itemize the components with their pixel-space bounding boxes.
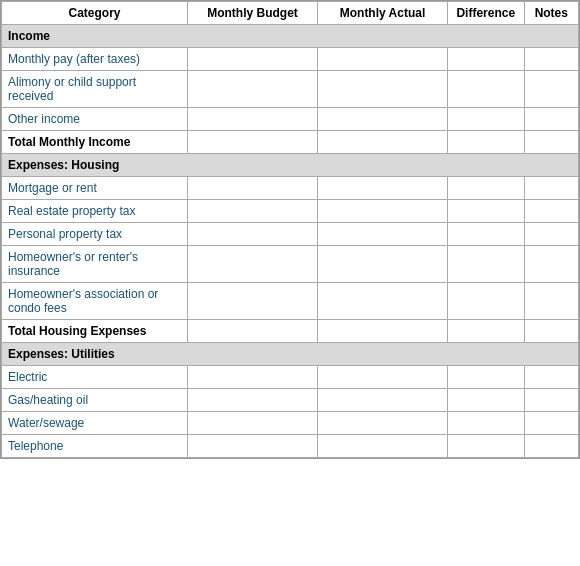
category-label-real-estate-tax: Real estate property tax — [2, 200, 188, 223]
total-actual-total-monthly-income[interactable] — [318, 131, 448, 154]
category-label-mortgage: Mortgage or rent — [2, 177, 188, 200]
header-difference: Difference — [448, 2, 525, 25]
notes-cell-real-estate-tax[interactable] — [524, 200, 578, 223]
row-personal-property-tax: Personal property tax — [2, 223, 579, 246]
diff-cell-alimony — [448, 71, 525, 108]
category-label-personal-property-tax: Personal property tax — [2, 223, 188, 246]
category-label-homeowners-insurance: Homeowner's or renter's insurance — [2, 246, 188, 283]
budget-cell-alimony[interactable] — [188, 71, 318, 108]
budget-cell-mortgage[interactable] — [188, 177, 318, 200]
category-label-water-sewage: Water/sewage — [2, 412, 188, 435]
section-header-housing-header: Expenses: Housing — [2, 154, 579, 177]
budget-cell-personal-property-tax[interactable] — [188, 223, 318, 246]
budget-cell-monthly-pay[interactable] — [188, 48, 318, 71]
actual-cell-mortgage[interactable] — [318, 177, 448, 200]
budget-table-container: Category Monthly Budget Monthly Actual D… — [0, 0, 580, 459]
category-label-electric: Electric — [2, 366, 188, 389]
notes-cell-monthly-pay[interactable] — [524, 48, 578, 71]
category-label-gas-heating: Gas/heating oil — [2, 389, 188, 412]
notes-cell-water-sewage[interactable] — [524, 412, 578, 435]
category-label-alimony: Alimony or child support received — [2, 71, 188, 108]
actual-cell-other-income[interactable] — [318, 108, 448, 131]
row-electric: Electric — [2, 366, 579, 389]
actual-cell-electric[interactable] — [318, 366, 448, 389]
diff-cell-other-income — [448, 108, 525, 131]
budget-cell-water-sewage[interactable] — [188, 412, 318, 435]
row-mortgage: Mortgage or rent — [2, 177, 579, 200]
total-budget-total-housing[interactable] — [188, 320, 318, 343]
section-header-income-header: Income — [2, 25, 579, 48]
category-label-telephone: Telephone — [2, 435, 188, 458]
diff-cell-personal-property-tax — [448, 223, 525, 246]
budget-cell-gas-heating[interactable] — [188, 389, 318, 412]
budget-cell-hoa-fees[interactable] — [188, 283, 318, 320]
budget-cell-real-estate-tax[interactable] — [188, 200, 318, 223]
header-notes: Notes — [524, 2, 578, 25]
category-label-hoa-fees: Homeowner's association or condo fees — [2, 283, 188, 320]
notes-cell-telephone[interactable] — [524, 435, 578, 458]
row-water-sewage: Water/sewage — [2, 412, 579, 435]
actual-cell-gas-heating[interactable] — [318, 389, 448, 412]
budget-cell-telephone[interactable] — [188, 435, 318, 458]
budget-cell-electric[interactable] — [188, 366, 318, 389]
diff-cell-mortgage — [448, 177, 525, 200]
notes-cell-electric[interactable] — [524, 366, 578, 389]
notes-cell-alimony[interactable] — [524, 71, 578, 108]
notes-cell-other-income[interactable] — [524, 108, 578, 131]
budget-table: Category Monthly Budget Monthly Actual D… — [1, 1, 579, 458]
budget-cell-homeowners-insurance[interactable] — [188, 246, 318, 283]
row-alimony: Alimony or child support received — [2, 71, 579, 108]
row-monthly-pay: Monthly pay (after taxes) — [2, 48, 579, 71]
total-notes-total-monthly-income[interactable] — [524, 131, 578, 154]
diff-cell-water-sewage — [448, 412, 525, 435]
actual-cell-monthly-pay[interactable] — [318, 48, 448, 71]
section-header-label: Expenses: Housing — [2, 154, 579, 177]
total-actual-total-housing[interactable] — [318, 320, 448, 343]
diff-cell-telephone — [448, 435, 525, 458]
row-gas-heating: Gas/heating oil — [2, 389, 579, 412]
actual-cell-alimony[interactable] — [318, 71, 448, 108]
section-header-label: Income — [2, 25, 579, 48]
header-monthly-budget: Monthly Budget — [188, 2, 318, 25]
actual-cell-water-sewage[interactable] — [318, 412, 448, 435]
actual-cell-real-estate-tax[interactable] — [318, 200, 448, 223]
total-diff-total-monthly-income — [448, 131, 525, 154]
row-hoa-fees: Homeowner's association or condo fees — [2, 283, 579, 320]
diff-cell-homeowners-insurance — [448, 246, 525, 283]
header-monthly-actual: Monthly Actual — [318, 2, 448, 25]
diff-cell-hoa-fees — [448, 283, 525, 320]
row-homeowners-insurance: Homeowner's or renter's insurance — [2, 246, 579, 283]
diff-cell-gas-heating — [448, 389, 525, 412]
actual-cell-hoa-fees[interactable] — [318, 283, 448, 320]
total-label-total-housing: Total Housing Expenses — [2, 320, 188, 343]
category-label-monthly-pay: Monthly pay (after taxes) — [2, 48, 188, 71]
budget-cell-other-income[interactable] — [188, 108, 318, 131]
notes-cell-gas-heating[interactable] — [524, 389, 578, 412]
diff-cell-monthly-pay — [448, 48, 525, 71]
notes-cell-mortgage[interactable] — [524, 177, 578, 200]
total-notes-total-housing[interactable] — [524, 320, 578, 343]
total-row-total-housing: Total Housing Expenses — [2, 320, 579, 343]
header-category: Category — [2, 2, 188, 25]
actual-cell-telephone[interactable] — [318, 435, 448, 458]
table-header-row: Category Monthly Budget Monthly Actual D… — [2, 2, 579, 25]
total-label-total-monthly-income: Total Monthly Income — [2, 131, 188, 154]
category-label-other-income: Other income — [2, 108, 188, 131]
actual-cell-personal-property-tax[interactable] — [318, 223, 448, 246]
section-header-utilities-header: Expenses: Utilities — [2, 343, 579, 366]
notes-cell-hoa-fees[interactable] — [524, 283, 578, 320]
notes-cell-personal-property-tax[interactable] — [524, 223, 578, 246]
row-real-estate-tax: Real estate property tax — [2, 200, 579, 223]
diff-cell-real-estate-tax — [448, 200, 525, 223]
row-telephone: Telephone — [2, 435, 579, 458]
row-other-income: Other income — [2, 108, 579, 131]
total-row-total-monthly-income: Total Monthly Income — [2, 131, 579, 154]
notes-cell-homeowners-insurance[interactable] — [524, 246, 578, 283]
total-budget-total-monthly-income[interactable] — [188, 131, 318, 154]
actual-cell-homeowners-insurance[interactable] — [318, 246, 448, 283]
diff-cell-electric — [448, 366, 525, 389]
total-diff-total-housing — [448, 320, 525, 343]
section-header-label: Expenses: Utilities — [2, 343, 579, 366]
